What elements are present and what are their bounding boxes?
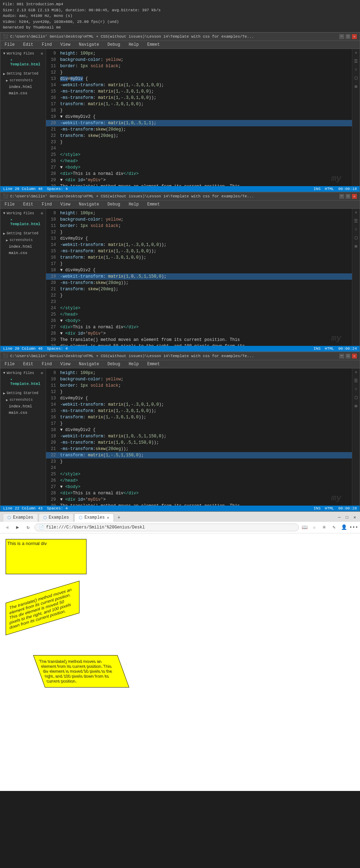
maximize-btn-2[interactable]: □ (346, 194, 351, 199)
code-line-17-2: 17 } (46, 261, 352, 267)
browser-back-btn[interactable]: ◀ (3, 523, 11, 532)
browser-new-tab-btn[interactable]: + (115, 513, 123, 522)
menu-find-3[interactable]: Find (40, 361, 53, 367)
code-line-23-2: 23 (46, 299, 352, 305)
panel-icon-git-2[interactable]: ⑂ (353, 227, 359, 233)
working-files-header-2[interactable]: ▼ Working Files ⊟ (0, 210, 46, 217)
status-spaces-1: Spaces: 4 (47, 187, 68, 191)
panel-icon-ext-2[interactable]: ⊞ (353, 244, 359, 249)
code-line-24-2: 24 </style> (46, 305, 352, 311)
browser-minimize-btn[interactable]: ─ (337, 515, 342, 520)
panel-icon-search-1[interactable]: ⌕ (353, 50, 359, 56)
sidebar-index-2[interactable]: index.html (0, 243, 46, 250)
getting-started-header-3[interactable]: ▶ Getting Started (0, 390, 46, 397)
panel-icon-search-2[interactable]: ⌕ (353, 210, 359, 216)
browser-maximize-btn[interactable]: □ (345, 515, 349, 520)
menu-file-1[interactable]: File (3, 42, 16, 48)
sidebar-subheader-screenshots-3[interactable]: ▶ screenshots (0, 397, 46, 403)
browser-forward-btn[interactable]: ▶ (13, 523, 22, 532)
code-line-16-1: 16 -ms-transform: matrix(1,-.3,0,1,0,0))… (46, 95, 352, 101)
menu-help-3[interactable]: Help (127, 361, 140, 367)
menu-debug-2[interactable]: Debug (106, 201, 122, 208)
maximize-btn-3[interactable]: □ (346, 354, 351, 359)
menu-debug-3[interactable]: Debug (106, 361, 122, 367)
code-line-26-3: 26 </head> (46, 477, 352, 484)
panel-icon-debug-1[interactable]: ⬡ (353, 76, 359, 81)
menu-debug-1[interactable]: Debug (106, 42, 122, 48)
menu-view-3[interactable]: View (59, 361, 72, 367)
panel-icon-ext-3[interactable]: ⊞ (353, 404, 359, 409)
code-line-14-3: 14 -webkit-transform: matrix(1,-.3,0,1,0… (46, 401, 352, 408)
browser-tab-1[interactable]: ⬡ Examples (3, 513, 38, 522)
panel-icon-git-3[interactable]: ⑂ (353, 387, 359, 392)
sidebar-subheader-screenshots-2[interactable]: ▶ screenshots (0, 237, 46, 243)
maximize-btn-1[interactable]: □ (346, 34, 351, 39)
sidebar-maincss-1[interactable]: main.css (0, 90, 46, 96)
panel-icon-search-3[interactable]: ⌕ (353, 370, 359, 375)
sidebar-subheader-screenshots-1[interactable]: ▶ screenshots (0, 77, 46, 84)
menu-help-2[interactable]: Help (127, 201, 140, 208)
working-files-header-1[interactable]: ▼ Working Files ⊟ (0, 50, 46, 57)
browser-reader-icon[interactable]: 📖 (301, 524, 308, 531)
panel-icon-debug-2[interactable]: ⬡ (353, 235, 359, 241)
title-text-1: C:\Users\Smilin' Genius\Desktop\HTML + C… (10, 34, 254, 39)
panel-icon-files-3[interactable]: ☰ (353, 378, 359, 384)
getting-started-header-1[interactable]: ▶ Getting Started (0, 70, 46, 77)
browser-hub-icon[interactable]: ≡ (321, 524, 328, 531)
sidebar-file-template-3[interactable]: • Template.html (0, 376, 46, 387)
panel-icon-files-2[interactable]: ☰ (353, 218, 359, 224)
browser-person-icon[interactable]: 👤 (340, 524, 347, 531)
browser-close-btn[interactable]: ✕ (352, 515, 357, 520)
panel-icon-ext-1[interactable]: ⊞ (353, 84, 359, 90)
minimize-btn-1[interactable]: ─ (339, 34, 344, 39)
menu-view-2[interactable]: View (59, 201, 72, 208)
browser-tab-3[interactable]: ⬡ Examples ✕ (74, 513, 114, 522)
sidebar-maincss-2[interactable]: main.css (0, 250, 46, 256)
close-btn-2[interactable]: ✕ (352, 194, 357, 199)
menu-navigate-3[interactable]: Navigate (77, 361, 101, 367)
minimize-btn-3[interactable]: ─ (339, 354, 344, 359)
menu-find-2[interactable]: Find (40, 201, 53, 208)
working-files-header-3[interactable]: ▼ Working Files ⊟ (0, 370, 46, 376)
menu-find-1[interactable]: Find (40, 42, 53, 48)
close-btn-3[interactable]: ✕ (352, 354, 357, 359)
getting-started-header-2[interactable]: ▶ Getting Started (0, 230, 46, 237)
menu-file-3[interactable]: File (3, 361, 16, 367)
panel-icon-git-1[interactable]: ⑂ (353, 67, 359, 73)
working-files-arrow-2: ▼ (3, 211, 5, 215)
code-line-15-1: 15 -ms-transform: matrix(1,-.3,0,1,0,0); (46, 88, 352, 95)
code-line-21-2: 21 transform: skew(20deg); (46, 286, 352, 292)
minimize-btn-2[interactable]: ─ (339, 194, 344, 199)
status-html-3: HTML (325, 506, 334, 511)
browser-tab-label-2: Examples (49, 515, 69, 520)
menu-edit-1[interactable]: Edit (22, 42, 35, 48)
sidebar-maincss-3[interactable]: main.css (0, 410, 46, 416)
code-line-29-1: 29 ▼ <div id='myDiv'> (46, 177, 352, 183)
menu-emmet-2[interactable]: Emmet (146, 201, 161, 208)
video-info-line2: Size: 2.13 GiB (2.13 MiB), duration: 00:… (3, 7, 357, 13)
sidebar-index-3[interactable]: index.html (0, 403, 46, 410)
browser-refresh-btn[interactable]: ↻ (24, 523, 32, 532)
menu-file-2[interactable]: File (3, 201, 16, 208)
menu-emmet-3[interactable]: Emmet (146, 361, 161, 367)
sidebar-file-template-2[interactable]: • Template.html (0, 217, 46, 227)
close-btn-1[interactable]: ✕ (352, 34, 357, 39)
browser-address-bar[interactable]: 📄 file:///C:/Users/Smilin'%20Genius/Desk… (34, 524, 299, 531)
panel-icon-files-1[interactable]: ☰ (353, 59, 359, 64)
menu-navigate-2[interactable]: Navigate (77, 201, 101, 208)
browser-star-icon[interactable]: ☆ (311, 524, 318, 531)
menu-edit-3[interactable]: Edit (22, 361, 35, 367)
browser-tab-2[interactable]: ⬡ Examples (39, 513, 74, 522)
browser-tools-icon[interactable]: ✎ (330, 524, 338, 531)
browser-tab-close-3[interactable]: ✕ (107, 515, 109, 520)
panel-icon-debug-3[interactable]: ⬡ (353, 395, 359, 401)
sidebar-file-template-1[interactable]: • Template.html (0, 57, 46, 68)
menu-edit-2[interactable]: Edit (22, 201, 35, 208)
sidebar-index-1[interactable]: index.html (0, 84, 46, 90)
code-line-20-2: 20 -ms-transform:skew(20deg)); (46, 280, 352, 286)
menu-help-1[interactable]: Help (127, 42, 140, 48)
menu-navigate-1[interactable]: Navigate (77, 42, 101, 48)
menu-view-1[interactable]: View (59, 42, 72, 48)
browser-menu-icon[interactable]: ••• (350, 524, 357, 531)
menu-emmet-1[interactable]: Emmet (146, 42, 161, 48)
